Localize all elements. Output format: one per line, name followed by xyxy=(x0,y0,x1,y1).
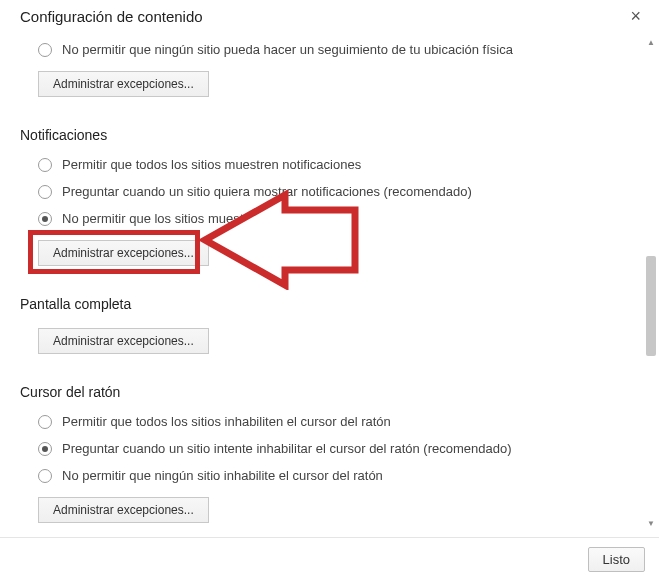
notifications-heading: Notificaciones xyxy=(20,127,643,143)
notifications-option-allow[interactable]: Permitir que todos los sitios muestren n… xyxy=(20,151,643,178)
vertical-scrollbar[interactable]: ▲ ▼ xyxy=(645,36,657,529)
radio-icon[interactable] xyxy=(38,212,52,226)
manage-exceptions-button[interactable]: Administrar excepciones... xyxy=(38,240,209,266)
scroll-track[interactable]: ▲ ▼ xyxy=(645,36,657,529)
manage-exceptions-button[interactable]: Administrar excepciones... xyxy=(38,328,209,354)
mouse-option-ask[interactable]: Preguntar cuando un sitio intente inhabi… xyxy=(20,435,643,462)
manage-exceptions-button[interactable]: Administrar excepciones... xyxy=(38,497,209,523)
notifications-option-ask[interactable]: Preguntar cuando un sitio quiera mostrar… xyxy=(20,178,643,205)
dialog-header: Configuración de contenido × xyxy=(0,0,659,27)
dialog-footer: Listo xyxy=(0,538,659,580)
scroll-area: No permitir que ningún sitio pueda hacer… xyxy=(0,28,643,537)
done-button[interactable]: Listo xyxy=(588,547,645,572)
content-area: No permitir que ningún sitio pueda hacer… xyxy=(0,28,659,538)
radio-icon[interactable] xyxy=(38,158,52,172)
radio-icon[interactable] xyxy=(38,185,52,199)
radio-icon[interactable] xyxy=(38,43,52,57)
option-label: Permitir que todos los sitios muestren n… xyxy=(62,157,361,172)
tracking-option[interactable]: No permitir que ningún sitio pueda hacer… xyxy=(20,36,643,63)
notifications-option-block[interactable]: No permitir que los sitios muestren noti… xyxy=(20,205,643,232)
option-label: No permitir que ningún sitio inhabilite … xyxy=(62,468,383,483)
dialog-title: Configuración de contenido xyxy=(20,8,203,25)
section-tracking: No permitir que ningún sitio pueda hacer… xyxy=(0,30,643,111)
section-fullscreen: Pantalla completa Administrar excepcione… xyxy=(0,280,643,368)
radio-icon[interactable] xyxy=(38,469,52,483)
close-icon[interactable]: × xyxy=(626,6,645,27)
radio-icon[interactable] xyxy=(38,415,52,429)
mouse-heading: Cursor del ratón xyxy=(20,384,643,400)
option-label: Preguntar cuando un sitio quiera mostrar… xyxy=(62,184,472,199)
scroll-down-icon[interactable]: ▼ xyxy=(645,517,657,529)
section-mouse: Cursor del ratón Permitir que todos los … xyxy=(0,368,643,537)
scroll-thumb[interactable] xyxy=(646,256,656,356)
mouse-option-allow[interactable]: Permitir que todos los sitios inhabilite… xyxy=(20,408,643,435)
option-label: Permitir que todos los sitios inhabilite… xyxy=(62,414,391,429)
option-label: No permitir que ningún sitio pueda hacer… xyxy=(62,42,513,57)
scroll-up-icon[interactable]: ▲ xyxy=(645,36,657,48)
fullscreen-heading: Pantalla completa xyxy=(20,296,643,312)
content-settings-dialog: Configuración de contenido × No permitir… xyxy=(0,0,659,580)
mouse-option-block[interactable]: No permitir que ningún sitio inhabilite … xyxy=(20,462,643,489)
section-notifications: Notificaciones Permitir que todos los si… xyxy=(0,111,643,280)
option-label: Preguntar cuando un sitio intente inhabi… xyxy=(62,441,511,456)
manage-exceptions-button[interactable]: Administrar excepciones... xyxy=(38,71,209,97)
option-label: No permitir que los sitios muestren noti… xyxy=(62,211,345,226)
radio-icon[interactable] xyxy=(38,442,52,456)
